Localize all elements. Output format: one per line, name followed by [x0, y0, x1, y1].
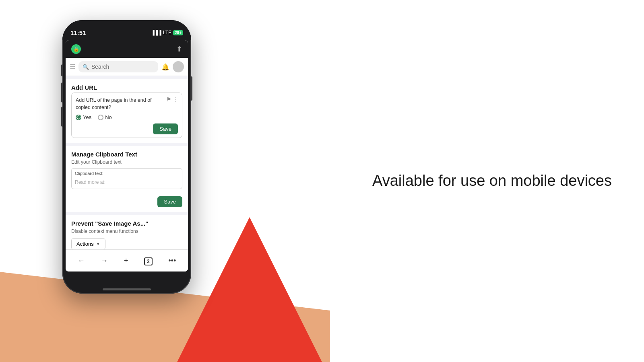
top-bar: 🔒 ⬆	[66, 40, 188, 58]
volume-down-button	[61, 107, 63, 127]
search-text: Search	[91, 64, 109, 70]
signal-icon: ▐▐▐	[151, 30, 161, 35]
radio-group: Yes No	[76, 114, 178, 120]
status-bar: 11:51 ▐▐▐ LTE 28+	[62, 20, 191, 40]
tab-badge: 2	[144, 257, 153, 265]
question-text: Add URL of the page in the end of copied…	[76, 97, 178, 111]
share-icon[interactable]: ⬆	[176, 45, 182, 53]
back-button[interactable]: ←	[78, 257, 85, 265]
browser-bar: ☰ 🔍 Search 🔔	[66, 58, 188, 76]
radio-no-label: No	[105, 114, 112, 120]
radio-yes-label: Yes	[83, 114, 91, 120]
home-indicator	[103, 288, 151, 290]
add-url-title: Add URL	[71, 84, 182, 91]
radio-yes-dot	[77, 116, 80, 119]
manage-clipboard-title: Manage Clipboard Text	[71, 151, 182, 158]
status-icons: ▐▐▐ LTE 28+	[151, 30, 183, 35]
radio-yes-circle	[76, 115, 81, 120]
status-time: 11:51	[70, 29, 86, 36]
silent-button	[61, 64, 63, 76]
add-tab-button[interactable]: +	[124, 257, 128, 265]
add-url-save-button[interactable]: Save	[153, 123, 178, 134]
add-url-question-box: ⚑ ⋮ Add URL of the page in the end of co…	[71, 93, 182, 138]
add-url-section: Add URL ⚑ ⋮ Add URL of the page in the e…	[66, 79, 188, 143]
forward-button[interactable]: →	[101, 257, 108, 265]
green-lock-icon: 🔒	[71, 44, 81, 54]
radio-no-circle	[98, 115, 103, 120]
tagline: Available for use on mobile devices	[372, 171, 612, 191]
avatar	[173, 61, 184, 72]
tabs-button[interactable]: 2	[144, 257, 153, 265]
actions-label: Actions	[76, 241, 94, 247]
prevent-save-image-subtitle: Disable context menu functions	[71, 228, 182, 234]
lte-label: LTE	[163, 30, 171, 35]
flag-icon[interactable]: ⚑	[166, 96, 171, 103]
chevron-down-icon: ▼	[96, 242, 100, 246]
dots-icon[interactable]: ⋮	[173, 96, 179, 103]
clipboard-value: Read more at:	[75, 179, 105, 185]
manage-clipboard-subtitle: Edit your Clipboard text	[71, 159, 182, 165]
clipboard-input-area[interactable]: Read more at:	[72, 177, 182, 189]
question-icons: ⚑ ⋮	[166, 96, 179, 103]
hamburger-icon[interactable]: ☰	[70, 63, 75, 71]
phone-body: 11:51 ▐▐▐ LTE 28+ 🔒 ⬆ ☰ 🔍 Search 🔔	[62, 20, 191, 294]
bottom-nav: ← → + 2 •••	[66, 249, 188, 272]
clipboard-inner-box: Clipboard text: Read more at:	[71, 168, 182, 189]
prevent-save-image-section: Prevent "Save Image As..." Disable conte…	[66, 215, 188, 255]
radio-no-option[interactable]: No	[98, 114, 112, 120]
more-button[interactable]: •••	[168, 257, 176, 265]
page-content: Add URL ⚑ ⋮ Add URL of the page in the e…	[66, 76, 188, 271]
prevent-save-image-title: Prevent "Save Image As..."	[71, 220, 182, 227]
power-button	[191, 76, 192, 101]
clipboard-save-button[interactable]: Save	[157, 196, 182, 207]
actions-button[interactable]: Actions ▼	[71, 238, 105, 250]
search-bar[interactable]: 🔍 Search	[78, 61, 158, 72]
search-icon: 🔍	[83, 64, 89, 70]
bg-red-triangle	[177, 217, 322, 362]
battery-badge: 28+	[173, 30, 183, 35]
phone-wrapper: 11:51 ▐▐▐ LTE 28+ 🔒 ⬆ ☰ 🔍 Search 🔔	[62, 20, 191, 294]
bell-icon[interactable]: 🔔	[161, 63, 169, 71]
clipboard-label: Clipboard text:	[72, 169, 182, 177]
volume-up-button	[61, 82, 63, 103]
radio-yes-option[interactable]: Yes	[76, 114, 91, 120]
phone-screen: 🔒 ⬆ ☰ 🔍 Search 🔔 Add URL	[66, 40, 188, 272]
manage-clipboard-section: Manage Clipboard Text Edit your Clipboar…	[66, 146, 188, 212]
